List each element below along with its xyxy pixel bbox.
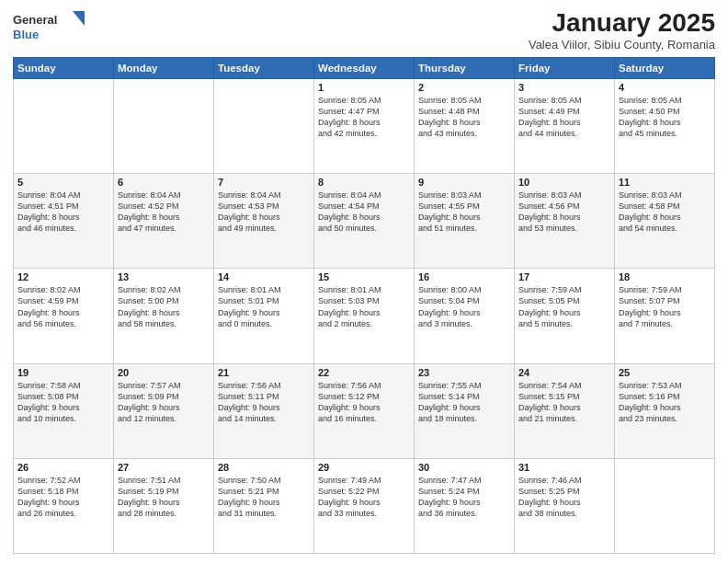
table-row: 2Sunrise: 8:05 AM Sunset: 4:48 PM Daylig… (415, 78, 515, 173)
calendar-table: Sunday Monday Tuesday Wednesday Thursday… (13, 57, 715, 554)
header: General Blue January 2025 Valea Viilor, … (13, 9, 715, 52)
day-info: Sunrise: 7:58 AM Sunset: 5:08 PM Dayligh… (17, 380, 109, 425)
day-number: 26 (17, 462, 109, 473)
calendar-week-row: 26Sunrise: 7:52 AM Sunset: 5:18 PM Dayli… (14, 458, 715, 553)
day-number: 13 (118, 271, 210, 282)
day-info: Sunrise: 7:57 AM Sunset: 5:09 PM Dayligh… (118, 380, 210, 425)
header-thursday: Thursday (415, 57, 515, 78)
table-row: 26Sunrise: 7:52 AM Sunset: 5:18 PM Dayli… (14, 458, 114, 553)
day-info: Sunrise: 7:51 AM Sunset: 5:19 PM Dayligh… (118, 475, 210, 520)
table-row: 25Sunrise: 7:53 AM Sunset: 5:16 PM Dayli… (615, 363, 715, 458)
calendar-week-row: 12Sunrise: 8:02 AM Sunset: 4:59 PM Dayli… (14, 269, 715, 363)
day-info: Sunrise: 7:59 AM Sunset: 5:07 PM Dayligh… (619, 284, 711, 329)
calendar-week-row: 1Sunrise: 8:05 AM Sunset: 4:47 PM Daylig… (14, 78, 715, 173)
day-info: Sunrise: 7:55 AM Sunset: 5:14 PM Dayligh… (418, 380, 510, 425)
day-number: 12 (17, 271, 109, 282)
header-saturday: Saturday (615, 57, 715, 78)
day-info: Sunrise: 7:49 AM Sunset: 5:22 PM Dayligh… (318, 475, 410, 520)
table-row: 5Sunrise: 8:04 AM Sunset: 4:51 PM Daylig… (14, 174, 114, 269)
table-row (214, 78, 314, 173)
table-row: 15Sunrise: 8:01 AM Sunset: 5:03 PM Dayli… (314, 269, 415, 363)
table-row (114, 78, 214, 173)
day-number: 3 (518, 82, 610, 93)
day-number: 14 (218, 271, 310, 282)
header-tuesday: Tuesday (214, 57, 314, 78)
calendar-title: January 2025 (529, 9, 715, 38)
table-row: 18Sunrise: 7:59 AM Sunset: 5:07 PM Dayli… (615, 269, 715, 363)
table-row: 7Sunrise: 8:04 AM Sunset: 4:53 PM Daylig… (214, 174, 314, 269)
day-number: 19 (17, 367, 109, 378)
day-info: Sunrise: 7:56 AM Sunset: 5:11 PM Dayligh… (218, 380, 310, 425)
day-info: Sunrise: 8:04 AM Sunset: 4:53 PM Dayligh… (218, 190, 310, 235)
day-number: 30 (418, 462, 510, 473)
table-row: 16Sunrise: 8:00 AM Sunset: 5:04 PM Dayli… (415, 269, 515, 363)
table-row: 1Sunrise: 8:05 AM Sunset: 4:47 PM Daylig… (314, 78, 415, 173)
table-row: 10Sunrise: 8:03 AM Sunset: 4:56 PM Dayli… (515, 174, 615, 269)
header-sunday: Sunday (14, 57, 114, 78)
day-number: 22 (318, 367, 410, 378)
calendar-subtitle: Valea Viilor, Sibiu County, Romania (529, 38, 715, 52)
table-row: 29Sunrise: 7:49 AM Sunset: 5:22 PM Dayli… (314, 458, 415, 553)
svg-marker-2 (73, 11, 85, 26)
table-row: 20Sunrise: 7:57 AM Sunset: 5:09 PM Dayli… (114, 363, 214, 458)
table-row: 21Sunrise: 7:56 AM Sunset: 5:11 PM Dayli… (214, 363, 314, 458)
table-row: 31Sunrise: 7:46 AM Sunset: 5:25 PM Dayli… (515, 458, 615, 553)
logo: General Blue (13, 9, 86, 46)
day-number: 10 (518, 177, 610, 188)
table-row: 23Sunrise: 7:55 AM Sunset: 5:14 PM Dayli… (415, 363, 515, 458)
header-friday: Friday (515, 57, 615, 78)
day-info: Sunrise: 7:52 AM Sunset: 5:18 PM Dayligh… (17, 475, 109, 520)
day-number: 28 (218, 462, 310, 473)
day-info: Sunrise: 8:05 AM Sunset: 4:50 PM Dayligh… (619, 95, 711, 140)
table-row: 3Sunrise: 8:05 AM Sunset: 4:49 PM Daylig… (515, 78, 615, 173)
day-number: 18 (619, 271, 711, 282)
day-info: Sunrise: 8:05 AM Sunset: 4:47 PM Dayligh… (318, 95, 410, 140)
header-wednesday: Wednesday (314, 57, 415, 78)
day-info: Sunrise: 8:03 AM Sunset: 4:56 PM Dayligh… (518, 190, 610, 235)
table-row: 24Sunrise: 7:54 AM Sunset: 5:15 PM Dayli… (515, 363, 615, 458)
day-number: 25 (619, 367, 711, 378)
table-row: 27Sunrise: 7:51 AM Sunset: 5:19 PM Dayli… (114, 458, 214, 553)
weekday-header-row: Sunday Monday Tuesday Wednesday Thursday… (14, 57, 715, 78)
table-row: 11Sunrise: 8:03 AM Sunset: 4:58 PM Dayli… (615, 174, 715, 269)
day-number: 23 (418, 367, 510, 378)
day-info: Sunrise: 8:03 AM Sunset: 4:55 PM Dayligh… (418, 190, 510, 235)
page: General Blue January 2025 Valea Viilor, … (0, 0, 728, 563)
table-row: 8Sunrise: 8:04 AM Sunset: 4:54 PM Daylig… (314, 174, 415, 269)
day-number: 24 (518, 367, 610, 378)
day-info: Sunrise: 8:01 AM Sunset: 5:03 PM Dayligh… (318, 284, 410, 329)
day-number: 8 (318, 177, 410, 188)
day-number: 4 (619, 82, 711, 93)
day-number: 5 (17, 177, 109, 188)
day-number: 15 (318, 271, 410, 282)
day-info: Sunrise: 7:54 AM Sunset: 5:15 PM Dayligh… (518, 380, 610, 425)
day-info: Sunrise: 7:50 AM Sunset: 5:21 PM Dayligh… (218, 475, 310, 520)
day-number: 9 (418, 177, 510, 188)
day-info: Sunrise: 7:59 AM Sunset: 5:05 PM Dayligh… (518, 284, 610, 329)
table-row: 4Sunrise: 8:05 AM Sunset: 4:50 PM Daylig… (615, 78, 715, 173)
day-info: Sunrise: 8:01 AM Sunset: 5:01 PM Dayligh… (218, 284, 310, 329)
day-info: Sunrise: 7:56 AM Sunset: 5:12 PM Dayligh… (318, 380, 410, 425)
table-row: 12Sunrise: 8:02 AM Sunset: 4:59 PM Dayli… (14, 269, 114, 363)
day-info: Sunrise: 8:02 AM Sunset: 4:59 PM Dayligh… (17, 284, 109, 329)
table-row: 9Sunrise: 8:03 AM Sunset: 4:55 PM Daylig… (415, 174, 515, 269)
table-row: 14Sunrise: 8:01 AM Sunset: 5:01 PM Dayli… (214, 269, 314, 363)
day-number: 1 (318, 82, 410, 93)
table-row (14, 78, 114, 173)
day-info: Sunrise: 8:03 AM Sunset: 4:58 PM Dayligh… (619, 190, 711, 235)
day-info: Sunrise: 8:04 AM Sunset: 4:51 PM Dayligh… (17, 190, 109, 235)
day-number: 16 (418, 271, 510, 282)
day-info: Sunrise: 7:46 AM Sunset: 5:25 PM Dayligh… (518, 475, 610, 520)
svg-text:General: General (13, 13, 57, 27)
table-row: 22Sunrise: 7:56 AM Sunset: 5:12 PM Dayli… (314, 363, 415, 458)
day-info: Sunrise: 8:02 AM Sunset: 5:00 PM Dayligh… (118, 284, 210, 329)
calendar-week-row: 5Sunrise: 8:04 AM Sunset: 4:51 PM Daylig… (14, 174, 715, 269)
table-row (615, 458, 715, 553)
day-number: 11 (619, 177, 711, 188)
day-info: Sunrise: 7:47 AM Sunset: 5:24 PM Dayligh… (418, 475, 510, 520)
day-number: 2 (418, 82, 510, 93)
table-row: 30Sunrise: 7:47 AM Sunset: 5:24 PM Dayli… (415, 458, 515, 553)
day-number: 21 (218, 367, 310, 378)
title-block: January 2025 Valea Viilor, Sibiu County,… (529, 9, 715, 52)
day-info: Sunrise: 8:05 AM Sunset: 4:48 PM Dayligh… (418, 95, 510, 140)
